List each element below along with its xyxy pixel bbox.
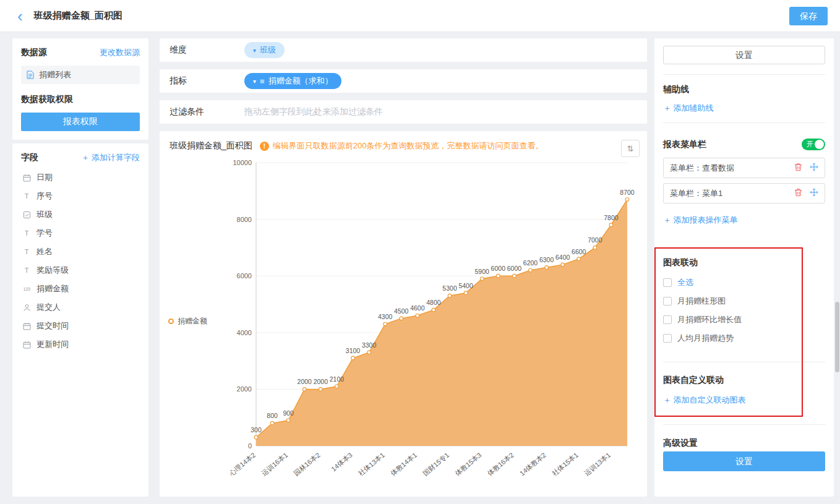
dimension-label: 维度 <box>169 45 244 56</box>
trash-icon[interactable] <box>794 163 802 173</box>
change-datasource-link[interactable]: 更改数据源 <box>100 47 140 58</box>
menubar-item-menu1[interactable]: 菜单栏：菜单1 <box>663 183 825 203</box>
annotation-highlight-box <box>654 247 803 417</box>
field-item-student-no[interactable]: T 学号 <box>21 224 140 242</box>
advanced-settings-title: 高级设置 <box>663 438 825 449</box>
chevron-down-icon: ▾ <box>253 78 256 85</box>
back-icon[interactable]: ‹ <box>17 8 23 24</box>
svg-text:6600: 6600 <box>572 248 586 255</box>
svg-text:4000: 4000 <box>237 329 252 336</box>
calendar-icon <box>22 322 31 330</box>
field-item-donation-amount[interactable]: 123 捐赠金额 <box>21 280 140 298</box>
field-label: 捐赠金额 <box>36 283 69 294</box>
svg-text:6000: 6000 <box>491 265 506 272</box>
metric-pill[interactable]: ▾ ≡ 捐赠金额（求和） <box>244 73 341 89</box>
chart-legend[interactable]: 捐赠金额 <box>168 316 228 327</box>
checkbox-icon[interactable] <box>663 297 672 305</box>
svg-text:体教14本1: 体教14本1 <box>388 451 418 477</box>
move-icon[interactable] <box>810 188 818 199</box>
linkage-option-mom-growth[interactable]: 月捐赠环比增长值 <box>663 314 825 325</box>
text-type-icon: T <box>22 192 31 200</box>
svg-text:6300: 6300 <box>539 256 554 263</box>
advanced-settings-button[interactable]: 设置 <box>663 451 825 471</box>
svg-text:6400: 6400 <box>555 254 570 261</box>
area-chart: 0200040006000800010000300800900200020002… <box>228 154 636 488</box>
text-type-icon: T <box>22 248 31 255</box>
checkbox-icon[interactable] <box>663 334 672 343</box>
sort-icon: ⇅ <box>627 144 634 153</box>
linkage-option-label: 月捐赠柱形图 <box>677 296 726 307</box>
divider <box>663 362 825 362</box>
field-item-name[interactable]: T 姓名 <box>21 242 140 261</box>
save-button[interactable]: 保存 <box>789 7 828 25</box>
scrollbar-thumb[interactable] <box>835 302 839 372</box>
datasource-title: 数据源 <box>21 47 47 58</box>
filter-label: 过滤条件 <box>169 106 244 117</box>
add-custom-linkage-link[interactable]: ＋ 添加自定义联动图表 <box>663 395 825 406</box>
datasource-item[interactable]: 捐赠列表 <box>21 66 140 84</box>
field-label: 班级 <box>36 209 53 220</box>
menubar-title: 报表菜单栏 <box>663 139 706 150</box>
divider <box>663 122 825 123</box>
field-label: 序号 <box>36 190 53 202</box>
svg-text:4500: 4500 <box>394 307 409 315</box>
field-item-serial[interactable]: T 序号 <box>21 187 140 205</box>
svg-text:体教16本2: 体教16本2 <box>486 451 515 477</box>
svg-text:心理14本2: 心理14本2 <box>228 451 257 477</box>
field-label: 学号 <box>36 228 53 239</box>
menu-icon: ≡ <box>260 77 265 86</box>
divider <box>663 74 825 75</box>
svg-text:8700: 8700 <box>620 189 635 196</box>
field-item-submit-time[interactable]: 提交时间 <box>21 317 140 335</box>
svg-text:7000: 7000 <box>588 236 602 244</box>
linkage-option-per-capita-trend[interactable]: 人均月捐赠趋势 <box>663 333 825 344</box>
report-permission-button[interactable]: 报表权限 <box>21 113 140 131</box>
menubar-toggle[interactable]: 开 <box>802 139 825 150</box>
field-item-class[interactable]: 班级 <box>21 205 140 224</box>
field-item-date[interactable]: 日期 <box>21 168 140 187</box>
add-calc-field-link[interactable]: ＋ 添加计算字段 <box>81 152 140 163</box>
svg-text:4800: 4800 <box>426 299 441 306</box>
svg-text:5400: 5400 <box>458 282 473 289</box>
datasource-name: 捐赠列表 <box>39 69 71 80</box>
person-icon <box>22 304 31 312</box>
checkbox-icon[interactable] <box>663 278 672 287</box>
field-label: 姓名 <box>36 246 53 257</box>
filter-dropzone-placeholder: 拖动左侧字段到此处来添加过滤条件 <box>244 106 383 117</box>
sort-button[interactable]: ⇅ <box>621 140 640 157</box>
chart-title: 班级捐赠金额_面积图 <box>169 140 252 152</box>
linkage-option-label: 月捐赠环比增长值 <box>677 314 742 325</box>
datasource-panel: 数据源 更改数据源 捐赠列表 数据获取权限 报表权限 <box>12 38 148 140</box>
top-header: ‹ 班级捐赠金额_面积图 保存 <box>0 0 840 32</box>
svg-text:3300: 3300 <box>362 341 377 349</box>
add-aux-line-link[interactable]: ＋ 添加辅助线 <box>663 103 825 114</box>
move-icon[interactable] <box>810 163 818 173</box>
dimension-pill[interactable]: ▾ 班级 <box>244 42 285 58</box>
svg-text:体教15本3: 体教15本3 <box>453 451 483 477</box>
number-type-icon: 123 <box>22 286 31 292</box>
svg-text:4300: 4300 <box>378 313 393 320</box>
field-label: 更新时间 <box>36 339 69 350</box>
settings-button[interactable]: 设置 <box>663 46 825 64</box>
svg-text:800: 800 <box>267 412 278 419</box>
svg-text:3100: 3100 <box>346 347 361 354</box>
svg-text:社体15本1: 社体15本1 <box>551 451 580 477</box>
menubar-item-view-data[interactable]: 菜单栏：查看数据 <box>663 158 825 178</box>
field-item-reward-level[interactable]: T 奖励等级 <box>21 261 140 280</box>
calendar-icon <box>22 341 31 349</box>
svg-text:运训13本1: 运训13本1 <box>583 451 612 477</box>
legend-marker-icon <box>168 318 174 324</box>
linkage-option-monthly-bar[interactable]: 月捐赠柱形图 <box>663 296 825 307</box>
filter-row[interactable]: 过滤条件 拖动左侧字段到此处来添加过滤条件 <box>160 100 647 124</box>
linkage-option-select-all[interactable]: 全选 <box>663 277 825 288</box>
field-item-submitter[interactable]: 提交人 <box>21 298 140 317</box>
checkbox-icon[interactable] <box>663 315 672 324</box>
permission-title: 数据获取权限 <box>21 94 140 105</box>
field-item-update-time[interactable]: 更新时间 <box>21 335 140 354</box>
svg-text:300: 300 <box>251 426 262 434</box>
add-report-menu-link[interactable]: ＋ 添加报表操作菜单 <box>663 215 825 226</box>
svg-text:社体13本1: 社体13本1 <box>357 451 386 477</box>
settings-panel: 设置 辅助线 ＋ 添加辅助线 报表菜单栏 开 菜单栏：查看数据 菜单栏：菜单1 … <box>654 38 834 497</box>
custom-linkage-title: 图表自定义联动 <box>663 375 825 386</box>
trash-icon[interactable] <box>794 188 802 199</box>
